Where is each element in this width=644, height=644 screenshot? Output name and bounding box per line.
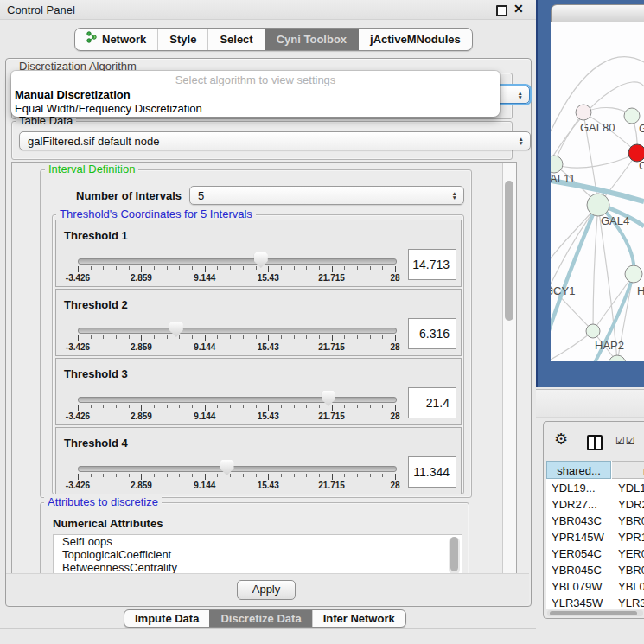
network-edge[interactable] [551,331,593,361]
dropdown-option-equal-width-frequency[interactable]: Equal Width/Frequency Discretization [15,102,202,116]
slider-track[interactable] [78,397,397,403]
combo-arrows-icon: ▲▼ [452,191,457,200]
number-of-intervals-label: Number of Intervals [76,189,182,202]
table-cell: YBL0 [618,578,644,595]
table-cell: YER054C [552,545,602,562]
network-node[interactable] [587,194,609,216]
table-cell: YDL1 [618,480,644,496]
float-window-icon[interactable] [496,5,507,16]
threshold-value-field[interactable]: 14.713 [408,249,456,280]
slider-tick-label: 2.859 [131,273,152,283]
slider-tick [344,474,345,477]
slider-tick-label: 28 [390,342,399,352]
close-icon[interactable]: ✕ [513,3,524,15]
slider-tick-label: 2.859 [131,411,152,421]
slider-tick [382,335,383,339]
list-scrollbar[interactable] [449,537,460,575]
threshold-value-field[interactable]: 6.316 [408,318,456,349]
table-cell: YBR045C [552,562,602,578]
slider-tick-label: 21.715 [318,481,345,490]
slider-tick [205,266,206,272]
slider-tick [268,266,269,272]
slider-tick [332,335,333,341]
table-row[interactable]: YBR045CYBR0 [546,562,644,578]
table-row[interactable]: YBL079WYBL0 [546,578,644,595]
slider-tick [294,405,295,408]
threshold-label: Threshold 2 [64,298,128,311]
slider-tick [357,474,358,477]
network-window-titlebar [551,4,644,24]
threshold-value-field[interactable]: 11.344 [408,456,456,488]
table-cell: YDL19... [552,480,596,496]
table-row[interactable]: YPR145WYPR1 [546,529,644,545]
tab-infer-network[interactable]: Infer Network [312,610,405,627]
network-node-label: GAL80 [580,121,615,134]
tab-label: Infer Network [323,612,395,625]
network-view-canvas[interactable]: GAL80GCGAL11GAL4GCY1HHAP2 [551,22,644,361]
slider-tick [192,335,193,339]
slider-track[interactable] [78,466,397,472]
top-tab-strip: Network Style Select Cyni Toolbox jActiv… [74,28,473,51]
network-edge[interactable] [593,205,598,331]
attribute-item[interactable]: SelfLoops [54,535,462,548]
slider-tick-label: -3.426 [66,481,90,490]
table-row[interactable]: YDL19...YDL1 [546,480,644,496]
scrollbar-thumb[interactable] [550,611,637,615]
table-row[interactable]: YDR27...YDR2 [546,496,644,513]
slider-tick [129,266,130,270]
table-data-combobox[interactable]: galFiltered.sif default node ▲▼ [19,131,531,150]
dropdown-option-manual-discretization[interactable]: Manual Discretization [15,87,131,102]
network-node[interactable] [576,105,591,120]
slider-tick-label: 9.144 [194,411,215,421]
slider-tick [243,474,244,477]
slider-tick [192,474,193,477]
columns-icon[interactable] [587,435,603,450]
table-cell: YBR0 [618,513,644,529]
table-row[interactable]: YLR345WYLR3 [546,595,644,609]
tab-style[interactable]: Style [157,29,207,50]
table-row[interactable]: YBR043CYBR0 [546,513,644,529]
table-row[interactable]: YER054CYER0 [546,545,644,562]
checkbox-icons[interactable]: ☑☑ [615,435,636,447]
attribute-item[interactable]: TopologicalCoefficient [54,548,462,561]
slider-tick [395,335,396,341]
combo-value: galFiltered.sif default node [28,135,159,148]
network-node[interactable] [586,324,600,338]
numerical-attributes-list[interactable]: SelfLoopsTopologicalCoefficientBetweenne… [53,534,462,575]
tab-discretize-data[interactable]: Discretize Data [209,610,311,627]
scrollbar-thumb[interactable] [505,181,513,321]
apply-button[interactable]: Apply [237,580,296,600]
tab-cyni-toolbox[interactable]: Cyni Toolbox [265,29,358,50]
network-edge[interactable] [554,153,637,168]
slider-tick-label: 9.144 [194,342,215,352]
slider-tick [154,335,155,339]
tab-select[interactable]: Select [207,29,264,50]
tab-network[interactable]: Network [75,29,157,50]
slider-tick [230,335,231,339]
slider-track[interactable] [78,258,397,265]
group-title: Threshold's Coordinates for 5 Intervals [56,208,256,220]
network-node[interactable] [625,265,642,283]
threshold-value-field[interactable]: 21.4 [408,387,456,418]
tab-jactivemnodules[interactable]: jActiveMNodules [358,29,472,50]
slider-tick-labels: -3.4262.8599.14415.4321.71528 [78,411,395,422]
slider-tick-label: 15.43 [258,411,279,421]
slider-tick [129,474,130,477]
scrollbar-thumb[interactable] [450,537,458,571]
slider-tick [256,335,257,339]
column-header-name[interactable]: n [612,461,644,479]
network-node-label: GAL4 [601,214,629,227]
slider-track[interactable] [78,328,397,334]
slider-ticks [78,405,395,411]
slider-tick [167,335,168,339]
network-node[interactable] [624,108,640,124]
slider-tick [116,335,117,339]
gear-icon[interactable]: ⚙ [554,431,568,447]
slider-tick [370,405,371,408]
attribute-item[interactable]: BetweennessCentrality [54,561,462,574]
tab-impute-data[interactable]: Impute Data [124,610,209,627]
slider-tick [192,405,193,408]
network-node[interactable] [609,355,626,361]
column-header-shared-name[interactable]: shared... [546,461,611,479]
number-of-intervals-combobox[interactable]: 5 ▲▼ [189,186,464,205]
